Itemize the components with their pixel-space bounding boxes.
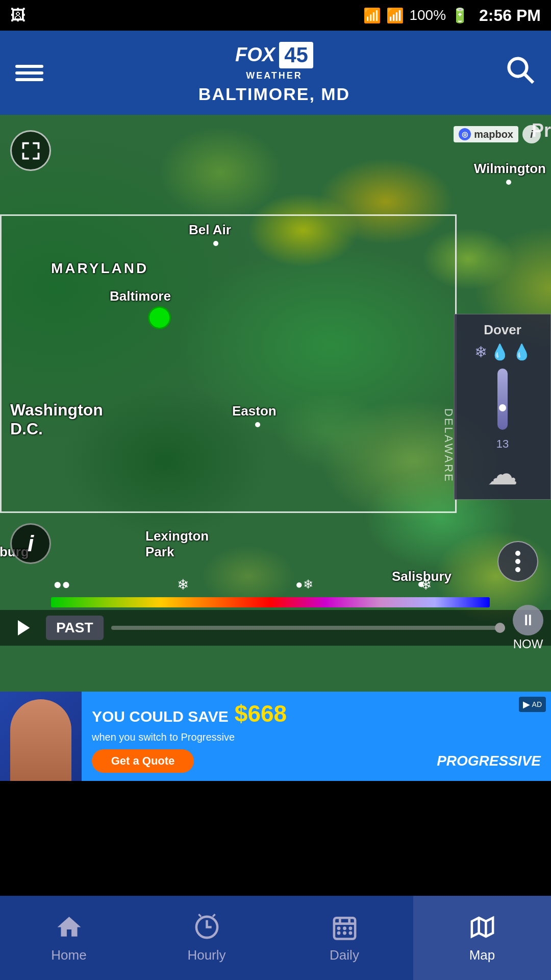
battery-level: 100%	[409, 7, 446, 23]
logo-center: FOX 45 WEATHER BALTIMORE, MD	[198, 42, 350, 104]
nav-item-daily[interactable]: Daily	[276, 896, 413, 980]
state-maryland: MARYLAND	[51, 260, 148, 277]
location-display: BALTIMORE, MD	[198, 84, 350, 104]
battery-icon: 🔋	[451, 7, 469, 24]
fox-number: 45	[279, 42, 313, 68]
pause-icon: ⏸	[513, 605, 543, 635]
timeline-track[interactable]	[111, 626, 505, 630]
nav-item-home[interactable]: Home	[0, 896, 138, 980]
time-display: 2:56 PM	[479, 6, 541, 25]
ad-image	[0, 692, 82, 781]
map-info-icon[interactable]: i	[522, 125, 541, 143]
map-label: Map	[469, 947, 495, 963]
advertisement-banner[interactable]: YOU COULD SAVE $668 when you switch to P…	[0, 692, 551, 781]
precip-icon2: ●❄	[295, 577, 313, 592]
ad-subtext: when you switch to Progressive	[92, 731, 541, 743]
color-legend-bar	[51, 597, 490, 607]
ad-content: YOU COULD SAVE $668 when you switch to P…	[82, 692, 551, 780]
mapbox-attribution: ◎ mapbox i	[454, 125, 541, 143]
home-icon	[55, 913, 83, 943]
radar-map[interactable]: Pr ◎ mapbox i Wilmington Bel Air MARYLAN…	[0, 115, 551, 692]
home-label: Home	[51, 947, 86, 963]
map-nav-icon	[468, 913, 496, 943]
svg-line-1	[524, 74, 534, 83]
bottom-navigation: Home Hourly	[0, 896, 551, 980]
daily-icon	[331, 913, 359, 943]
dot-easton	[255, 422, 260, 427]
timeline-bar[interactable]: PAST ⏸ NOW	[0, 610, 551, 646]
rain-icon: 💧	[490, 343, 509, 361]
person-image	[10, 699, 71, 781]
search-button[interactable]	[505, 55, 536, 91]
svg-marker-2	[18, 620, 30, 635]
precip-indicators: ●● ❄ ●❄ ❄	[0, 572, 485, 597]
location-marker	[148, 306, 171, 329]
daily-label: Daily	[330, 947, 359, 963]
info-button[interactable]: i	[10, 523, 51, 564]
ad-amount: $668	[235, 700, 287, 727]
rain-icon2: 💧	[512, 343, 531, 361]
hourly-label: Hourly	[187, 947, 226, 963]
now-button[interactable]: ⏸ NOW	[513, 605, 543, 651]
play-button[interactable]	[8, 612, 38, 643]
ad-main-text: YOU COULD SAVE	[92, 708, 229, 725]
progressive-logo: PROGRESSIVE	[437, 753, 541, 769]
nav-item-hourly[interactable]: Hourly	[138, 896, 276, 980]
precip-icon1: ●●	[53, 576, 70, 593]
snowflake-icon: ❄	[177, 576, 189, 593]
mapbox-text: mapbox	[474, 129, 513, 140]
ad-cta-button[interactable]: Get a Quote	[92, 749, 194, 773]
temp-number: 13	[496, 437, 509, 451]
panel-city-name: Dover	[484, 322, 521, 338]
dot2	[515, 559, 520, 564]
dot1	[515, 551, 520, 556]
past-label-button[interactable]: PAST	[46, 616, 104, 640]
panel-weather-icons: ❄ 💧 💧	[474, 343, 531, 361]
now-text: NOW	[513, 637, 543, 651]
wifi-icon: 📶	[363, 7, 381, 24]
temperature-gauge	[497, 369, 508, 430]
signal-icon: 📶	[386, 7, 404, 24]
city-baltimore: Baltimore	[110, 288, 171, 304]
weather-authority-text: WEATHER	[246, 70, 303, 81]
status-bar: 🖼 📶 📶 100% 🔋 2:56 PM	[0, 0, 551, 31]
city-wilmington: Wilmington	[474, 161, 546, 177]
city-washington: WashingtonD.C.	[10, 401, 103, 438]
app-header: FOX 45 WEATHER BALTIMORE, MD	[0, 31, 551, 115]
more-options-button[interactable]	[497, 541, 538, 582]
snowflake-icon2: ❄	[420, 576, 432, 593]
cloud-icon-large: ☁	[487, 456, 518, 492]
dot3	[515, 567, 520, 572]
hourly-icon	[193, 913, 221, 943]
state-delaware: DELAWARE	[442, 408, 455, 483]
weather-panel: Dover ❄ 💧 💧 13 ☁	[454, 314, 551, 500]
dot-wilmington	[506, 180, 511, 185]
svg-point-0	[509, 58, 527, 76]
menu-button[interactable]	[15, 61, 43, 85]
city-belair: Bel Air	[189, 222, 231, 238]
nav-item-map[interactable]: Map	[413, 896, 551, 980]
info-icon: i	[28, 531, 34, 556]
mapbox-logo-icon: ◎	[459, 128, 471, 140]
snow-icon: ❄	[474, 343, 487, 361]
fox-text: FOX	[235, 44, 275, 66]
expand-map-button[interactable]	[10, 130, 51, 171]
dot-belair	[213, 241, 218, 246]
city-lexington: LexingtonPark	[145, 528, 209, 560]
ad-skip-button[interactable]: ▶AD	[519, 697, 546, 712]
photo-icon: 🖼	[10, 7, 26, 24]
city-easton: Easton	[232, 403, 277, 419]
